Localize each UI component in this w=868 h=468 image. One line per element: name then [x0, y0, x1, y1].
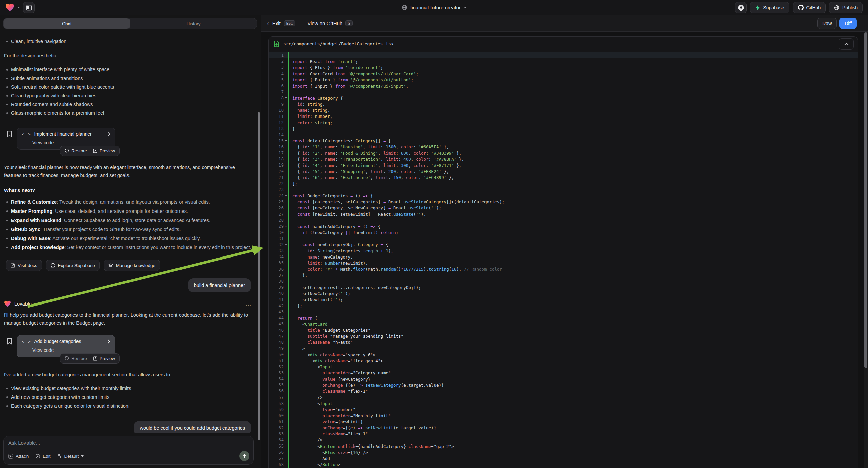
chat-scroll-area[interactable]: Clean, intuitive navigation For the desi… — [0, 32, 261, 433]
model-selector[interactable]: Default — [57, 454, 84, 459]
user-message: build a financial planner — [188, 278, 251, 292]
whats-next-item: Master Prompting: Use clear, detailed, a… — [4, 207, 253, 216]
code-line: 66 <Plus size={16} /> — [269, 449, 858, 455]
code-line: 6import { Input } from '@/components/ui/… — [269, 83, 858, 89]
bookmark-icon[interactable] — [7, 127, 12, 150]
code-line: 24const BudgetCategories = () => { — [269, 193, 858, 199]
whats-next-item: Debug with Ease: Activate our experiment… — [4, 234, 253, 243]
publish-button[interactable]: Publish — [829, 2, 863, 13]
preview-button[interactable]: Preview — [93, 356, 115, 361]
code-line: 8interface Category { — [269, 95, 858, 101]
github-button[interactable]: GitHub — [793, 2, 826, 13]
code-line: 5import { Button } from '@/components/ui… — [269, 77, 858, 83]
code-line: 64 /> — [269, 437, 858, 443]
code-line: 67 Add — [269, 455, 858, 461]
preview-button[interactable]: Preview — [93, 148, 115, 153]
publish-globe-icon — [834, 5, 839, 10]
view-code-link[interactable]: View code — [32, 140, 111, 145]
code-line: 10 name: string; — [269, 108, 858, 114]
github-icon — [798, 5, 804, 10]
code-line: 47 subtitle="Manage your spending limits… — [269, 333, 858, 340]
whats-next-item: Add project knowledge: Set key context o… — [4, 243, 253, 252]
project-switcher[interactable]: financial-future-creator — [402, 5, 466, 10]
bullet-item: Clean typography with clear hierarchies — [4, 91, 253, 100]
restore-button[interactable]: Restore — [65, 356, 87, 361]
chevron-left-icon: ‹ — [267, 20, 269, 27]
manage-knowledge-button[interactable]: Manage knowledge — [104, 260, 160, 271]
edit-button[interactable]: Edit — [35, 454, 50, 459]
code-line: 53 placeholder="Category name" — [269, 370, 858, 376]
chat-input[interactable] — [8, 440, 249, 446]
visit-docs-button[interactable]: Visit docs — [6, 260, 42, 271]
chevron-right-icon — [108, 340, 111, 344]
window-scrollbar-track[interactable] — [864, 32, 868, 468]
bullet-item: Rounded corners and subtle shadows — [4, 100, 253, 109]
code-view-header: ‹ Exit ESC View on GitHub G Raw Diff — [261, 16, 868, 32]
bookmark-icon[interactable] — [7, 335, 12, 357]
attach-button[interactable]: Attach — [8, 454, 29, 459]
bullet-item: Subtle animations and transitions — [4, 74, 253, 83]
code-line: 38 — [269, 278, 858, 284]
code-line: 58 <Input — [269, 401, 858, 407]
code-line: 43 — [269, 309, 858, 315]
raw-toggle-button[interactable]: Raw — [817, 18, 837, 29]
code-line: 35 limit: Number(newLimit), — [269, 260, 858, 266]
bullet-item: Each category gets a unique color for vi… — [4, 402, 253, 410]
supabase-button[interactable]: Supabase — [750, 2, 789, 13]
file-header[interactable]: src/components/budget/BudgetCategories.t… — [269, 37, 858, 51]
code-line: 31 — [269, 236, 858, 242]
chat-history-tabs: Chat History — [3, 18, 257, 29]
tool-card-add-budget-categories[interactable]: < > Add budget categories View code Rest… — [17, 335, 116, 357]
code-line: 16 { id: '1', name: 'Housing', limit: 15… — [269, 144, 858, 150]
code-line: 1 — [269, 52, 858, 58]
message-menu-button[interactable]: ... — [246, 301, 252, 306]
send-button[interactable] — [239, 451, 249, 461]
restore-button[interactable]: Restore — [65, 148, 87, 153]
window-scrollbar-thumb[interactable] — [864, 32, 867, 368]
settings-button[interactable] — [735, 2, 747, 13]
tab-chat[interactable]: Chat — [4, 19, 130, 29]
chevron-down-icon — [81, 455, 84, 457]
code-line: 55 onChange={(e) => setNewCategory(e.tar… — [269, 382, 858, 388]
code-line: 4import ChartCard from '@/components/ui/… — [269, 71, 858, 77]
code-line: 59 type="number" — [269, 407, 858, 413]
code-line: 41 setNewLimit(''); — [269, 297, 858, 303]
project-name: financial-future-creator — [410, 5, 461, 10]
diff-toggle-button[interactable]: Diff — [839, 18, 857, 29]
code-lines[interactable]: 12import React from 'react';3import { Pl… — [269, 51, 858, 468]
exit-button[interactable]: Exit — [273, 21, 281, 26]
tab-history[interactable]: History — [130, 19, 257, 29]
assistant-header: Lovable ... — [4, 300, 253, 307]
file-added-icon — [274, 40, 279, 47]
attach-image-icon — [8, 454, 13, 459]
workspace-chevron-down-icon[interactable] — [18, 7, 20, 8]
code-line: 9 id: string; — [269, 101, 858, 108]
chat-scrollbar[interactable] — [258, 112, 260, 440]
tool-card-title: Add budget categories — [34, 339, 81, 344]
collapse-file-button[interactable] — [839, 38, 854, 50]
chevron-right-icon — [108, 132, 111, 136]
tool-card-implement-planner[interactable]: < > Implement financial planner View cod… — [17, 127, 116, 150]
view-on-github-button[interactable]: View on GitHub — [307, 21, 342, 26]
lovable-logo[interactable] — [5, 3, 14, 12]
code-line: 21 { id: '6', name: 'Healthcare', limit:… — [269, 175, 858, 181]
restore-preview-pill: Restore Preview — [60, 146, 120, 156]
code-line: 13} — [269, 125, 858, 131]
code-line: 11 limit: number; — [269, 114, 858, 119]
code-line: 49 > — [269, 346, 858, 351]
chat-bubble-icon — [51, 263, 55, 268]
whats-next-heading: What's next? — [4, 187, 253, 193]
code-line: 61 value={newLimit} — [269, 419, 858, 425]
code-line: 29 const handleAddCategory = () => { — [269, 223, 858, 229]
esc-shortcut-badge: ESC — [284, 21, 296, 26]
code-line: 40 setNewCategory(''); — [269, 290, 858, 296]
code-line: 30 if (!newCategory || !newLimit) return… — [269, 229, 858, 235]
code-line: 57 /> — [269, 394, 858, 401]
code-line: 62 onChange={(e) => setNewLimit(e.target… — [269, 425, 858, 431]
toggle-sidebar-button[interactable] — [23, 2, 35, 13]
code-line: 25 const [categories, setCategories] = R… — [269, 199, 858, 205]
code-line: 12 color: string; — [269, 119, 858, 125]
explore-supabase-button[interactable]: Explore Supabase — [46, 260, 100, 271]
code-line: 48 className="h-auto" — [269, 340, 858, 346]
view-code-link[interactable]: View code — [32, 348, 111, 353]
